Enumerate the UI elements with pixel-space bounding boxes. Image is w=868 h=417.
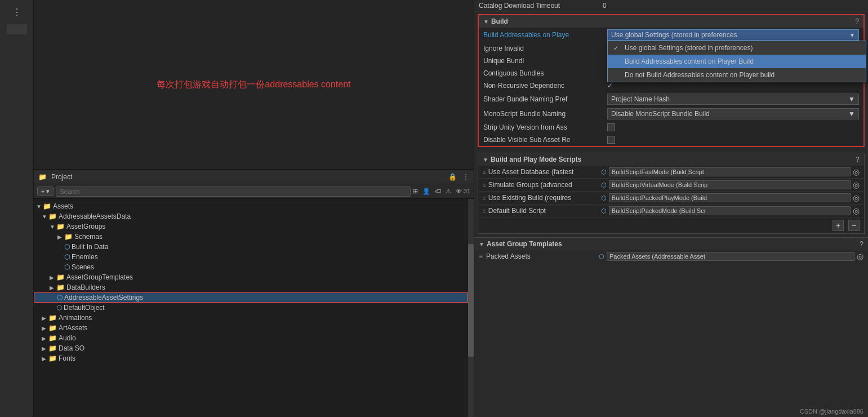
tree-item-art-assets[interactable]: ▶ 📁 ArtAssets (34, 323, 468, 333)
strip-unity-checkbox[interactable] (607, 123, 615, 131)
disable-visible-checkbox[interactable] (607, 136, 615, 144)
tree-item-scenes[interactable]: ⬡ Scenes (34, 262, 468, 272)
tree-item-data-so[interactable]: ▶ 📁 Data SO (34, 343, 468, 353)
build-help-icon[interactable]: ? (855, 17, 859, 25)
shader-bundle-dropdown[interactable]: Project Name Hash ▼ (607, 94, 859, 105)
grid-icon[interactable]: ⊞ (413, 188, 418, 195)
packed-assets-value: Packed Assets (Addressable Asset (607, 252, 854, 261)
annotation-area: 每次打包游戏自动打包一份addressables content (34, 0, 474, 169)
scrollbar[interactable] (468, 199, 474, 417)
scroll-thumb (468, 244, 474, 357)
left-search-bar (7, 24, 27, 34)
search-input[interactable] (56, 187, 410, 197)
tree-item-animations[interactable]: ▶ 📁 Animations (34, 313, 468, 323)
catalog-row: Catalog Download Timeout 0 (474, 0, 868, 12)
dropdown-option-2[interactable]: Build Addressables content on Player Bui… (608, 55, 866, 68)
tree-item-data-builders[interactable]: ▶ 📁 DataBuilders (34, 282, 468, 292)
script-asset-0: BuildScriptFastMode (Build Script (609, 167, 851, 176)
eye-icon[interactable]: 👁 31 (456, 188, 470, 195)
shader-bundle-arrow: ▼ (848, 95, 855, 103)
person-icon[interactable]: 👤 (422, 188, 430, 195)
shader-bundle-label: Shader Bundle Naming Pref (483, 95, 607, 103)
packed-assets-value-container: ⬡ Packed Assets (Addressable Asset ◎ (599, 252, 863, 261)
tree-item-schemas[interactable]: ▶ 📁 Schemas (34, 232, 468, 242)
build-addressables-dropdown[interactable]: Use global Settings (stored in preferenc… (607, 29, 859, 41)
packed-assets-row: ≡ Packed Assets ⬡ Packed Assets (Address… (474, 250, 868, 263)
build-section-header: ▼ Build ? (479, 15, 863, 28)
disable-visible-label: Disable Visible Sub Asset Re (483, 136, 607, 144)
folder-icon: 📁 (38, 173, 47, 181)
script-row-3: ≡ Default Build Script ⬡ BuildScriptPack… (478, 205, 864, 218)
strip-unity-row: Strip Unity Version from Ass (479, 121, 863, 134)
file-tree: ▼ 📁 Assets ▼ 📁 AddressableAssetsData ▼ 📁… (34, 199, 468, 388)
mono-script-arrow: ▼ (848, 110, 855, 118)
script-value-3: ⬡ BuildScriptPackedMode (Build Scr ◎ (601, 206, 860, 215)
dropdown-option-3-text: Do not Build Addressables content on Pla… (625, 71, 774, 79)
tree-item-fonts[interactable]: ▶ 📁 Fonts (34, 353, 468, 363)
dropdown-option-3[interactable]: Do not Build Addressables content on Pla… (608, 68, 866, 82)
script-value-1: ⬡ BuildScriptVirtualMode (Build Scrip ◎ (601, 180, 860, 189)
tree-item-addressable-asset-settings[interactable]: ⬡ AddressableAssetSettings (34, 292, 468, 303)
asset-group-templates-title: Asset Group Templates (487, 240, 562, 248)
main-content: 每次打包游戏自动打包一份addressables content 📁 Proje… (34, 0, 474, 417)
packed-asset-icon: ⬡ (599, 253, 604, 260)
more-options-icon[interactable]: ⋮ (462, 173, 469, 181)
packed-circle-icon[interactable]: ◎ (857, 252, 863, 261)
csdn-watermark: CSDN @jiangdaxia886 (800, 408, 863, 415)
build-play-mode-header: ▼ Build and Play Mode Scripts ? (478, 153, 864, 166)
tree-item-asset-groups[interactable]: ▼ 📁 AssetGroups (34, 221, 468, 232)
script-circle-0[interactable]: ◎ (853, 167, 860, 176)
script-label-0: Use Asset Database (fastest (488, 168, 601, 176)
mono-script-dropdown[interactable]: Disable MonoScript Bundle Build ▼ (607, 108, 859, 119)
script-value-0: ⬡ BuildScriptFastMode (Build Script ◎ (601, 167, 860, 176)
add-script-button[interactable]: + (833, 220, 844, 231)
remove-script-button[interactable]: − (848, 220, 860, 231)
tree-item-addressable-assets-data[interactable]: ▼ 📁 AddressableAssetsData (34, 211, 468, 221)
dropdown-option-1[interactable]: ✓ Use global Settings (stored in prefere… (608, 41, 866, 55)
toolbar-icons: ⊞ 👤 🏷 ⚠ 👁 31 (413, 188, 470, 195)
project-header: 📁 Project 🔒 ⋮ (34, 170, 474, 184)
drag-icon-0: ≡ (483, 169, 486, 175)
build-play-arrow-icon: ▼ (483, 157, 488, 163)
check-icon: ✓ (613, 45, 621, 52)
script-circle-3[interactable]: ◎ (853, 206, 860, 215)
script-row-1: ≡ Simulate Groups (advanced ⬡ BuildScrip… (478, 179, 864, 192)
tree-item-built-in-data[interactable]: ⬡ Built In Data (34, 242, 468, 252)
catalog-value: 0 (603, 2, 607, 10)
build-title: Build (491, 17, 508, 25)
tag-icon[interactable]: 🏷 (435, 188, 441, 195)
build-play-mode-section: ▼ Build and Play Mode Scripts ? ≡ Use As… (478, 153, 865, 234)
script-label-1: Simulate Groups (advanced (488, 181, 601, 189)
disable-visible-row: Disable Visible Sub Asset Re (479, 134, 863, 146)
add-remove-row: + − (478, 218, 864, 233)
asset-group-templates-section: ▼ Asset Group Templates ? ≡ Packed Asset… (474, 237, 868, 263)
annotation-text: 每次打包游戏自动打包一份addressables content (157, 79, 350, 91)
drag-icon-3: ≡ (483, 208, 486, 214)
catalog-label: Catalog Download Timeout (479, 2, 603, 10)
dropdown-arrow-icon: ▼ (849, 32, 855, 38)
lock-icon[interactable]: 🔒 (448, 173, 457, 181)
warning-icon[interactable]: ⚠ (446, 188, 451, 195)
left-strip: ⋮ (0, 0, 34, 417)
tree-item-asset-group-templates[interactable]: ▶ 📁 AssetGroupTemplates (34, 272, 468, 282)
add-button[interactable]: + ▾ (37, 187, 54, 196)
menu-dots-icon[interactable]: ⋮ (10, 5, 24, 20)
tree-item-default-object[interactable]: ⬡ DefaultObject (34, 303, 468, 313)
mono-script-value: Disable MonoScript Bundle Build (611, 110, 710, 118)
tree-item-audio[interactable]: ▶ 📁 Audio (34, 333, 468, 343)
build-play-help-icon[interactable]: ? (856, 156, 860, 163)
build-addressables-dropdown-container: Use global Settings (stored in preferenc… (607, 29, 859, 41)
script-asset-3: BuildScriptPackedMode (Build Scr (609, 206, 851, 215)
asset-group-help-icon[interactable]: ? (860, 240, 863, 248)
tree-item-assets[interactable]: ▼ 📁 Assets (34, 201, 468, 211)
build-section: ▼ Build ? Build Addressables on Playe Us… (478, 14, 865, 147)
drag-icon-2: ≡ (483, 195, 486, 201)
script-label-2: Use Existing Build (requires (488, 194, 601, 202)
dropdown-option-2-text: Build Addressables content on Player Bui… (625, 57, 754, 65)
toolbar-row: + ▾ ⊞ 👤 🏷 ⚠ 👁 31 (34, 184, 474, 199)
shader-bundle-row: Shader Bundle Naming Pref Project Name H… (479, 92, 863, 107)
script-label-3: Default Build Script (488, 207, 601, 215)
script-circle-2[interactable]: ◎ (853, 193, 860, 202)
tree-item-enemies[interactable]: ⬡ Enemies (34, 252, 468, 262)
script-circle-1[interactable]: ◎ (853, 180, 860, 189)
